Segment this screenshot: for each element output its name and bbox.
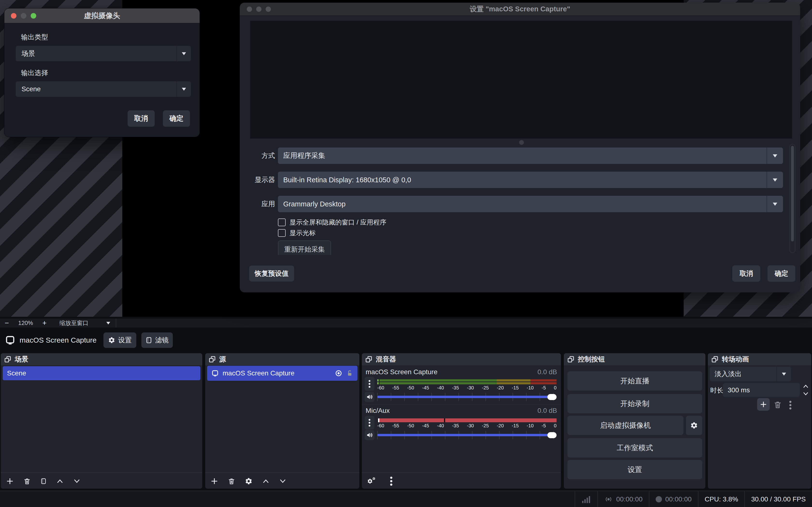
application-select[interactable]: Grammarly Desktop: [278, 196, 783, 212]
kebab-menu-icon: [368, 380, 371, 388]
remove-source-icon[interactable]: [228, 477, 235, 485]
source-list-item[interactable]: macOS Screen Capture: [207, 366, 357, 381]
duration-spinner: [802, 383, 810, 397]
mixer-channel-menu-button[interactable]: [365, 416, 374, 430]
spinner-up-button[interactable]: [802, 383, 810, 389]
scrollbar-thumb[interactable]: [791, 146, 794, 241]
gear-icon: [690, 421, 698, 429]
selected-source-toolbar: macOS Screen Capture 设置 滤镜: [0, 330, 812, 350]
start-recording-button[interactable]: 开始录制: [567, 394, 702, 413]
display-select[interactable]: Built-in Retina Display: 1680x1050 @ 0,0: [278, 172, 783, 188]
start-streaming-button[interactable]: 开始直播: [567, 371, 702, 391]
move-source-down-icon[interactable]: [279, 478, 286, 484]
output-select-select[interactable]: Scene: [16, 81, 191, 97]
ok-button[interactable]: 确定: [767, 265, 795, 282]
vcam-ok-button[interactable]: 确定: [163, 110, 190, 127]
close-button[interactable]: [11, 13, 16, 18]
scenes-panel-title: 场景: [15, 355, 28, 364]
move-scene-down-icon[interactable]: [73, 478, 81, 484]
zoom-button[interactable]: [266, 6, 271, 12]
scene-list-item[interactable]: Scene: [3, 366, 200, 380]
spinner-down-button[interactable]: [802, 391, 810, 397]
volume-slider[interactable]: [377, 430, 557, 440]
meter-tick-label: -30: [467, 385, 474, 391]
properties-scrollbar[interactable]: [790, 144, 795, 253]
source-properties-gear-icon[interactable]: [245, 477, 253, 485]
settings-button[interactable]: 设置: [567, 460, 702, 479]
studio-mode-button[interactable]: 工作室模式: [567, 438, 702, 457]
move-scene-up-icon[interactable]: [56, 478, 63, 484]
unlock-icon[interactable]: [346, 370, 353, 377]
transition-properties-kebab-icon[interactable]: [789, 400, 792, 410]
start-virtual-camera-button[interactable]: 启动虚拟摄像机: [567, 416, 683, 435]
controls-panel-header[interactable]: 控制按钮: [564, 353, 705, 365]
visibility-eye-icon[interactable]: [335, 370, 343, 377]
zoom-out-button[interactable]: −: [0, 319, 13, 327]
mixer-panel-header[interactable]: 混音器: [362, 353, 561, 365]
remove-scene-icon[interactable]: [23, 477, 31, 485]
remove-transition-trash-icon[interactable]: [773, 400, 782, 409]
scenes-panel-header[interactable]: 场景: [1, 353, 202, 365]
kebab-menu-icon: [368, 418, 371, 427]
mixer-toolbar: [362, 472, 561, 489]
slider-track[interactable]: [377, 434, 557, 436]
slider-handle[interactable]: [547, 432, 557, 438]
add-transition-button[interactable]: [757, 398, 770, 411]
add-scene-icon[interactable]: [6, 477, 14, 485]
source-filters-button[interactable]: 滤镜: [141, 332, 173, 348]
scene-filters-icon[interactable]: [40, 477, 47, 485]
display-value: Built-in Retina Display: 1680x1050 @ 0,0: [283, 176, 411, 184]
mixer-channel-menu-button[interactable]: [365, 377, 374, 391]
chevron-down-icon: [773, 178, 777, 181]
zoom-button[interactable]: [31, 13, 36, 18]
panel-stack-icon: [567, 356, 574, 363]
mute-speaker-button[interactable]: [365, 392, 374, 402]
virtual-camera-settings-button[interactable]: [686, 416, 702, 435]
panel-stack-icon: [4, 356, 11, 363]
sources-panel-header[interactable]: 源: [205, 353, 359, 365]
volume-slider[interactable]: [377, 392, 557, 402]
broadcast-icon: [604, 495, 613, 504]
advanced-audio-gears-icon[interactable]: [367, 477, 377, 486]
source-settings-button[interactable]: 设置: [103, 332, 136, 348]
slider-track[interactable]: [377, 396, 557, 398]
mixer-panel-title: 混音器: [376, 355, 396, 364]
source-filters-label: 滤镜: [155, 336, 169, 345]
add-source-icon[interactable]: [210, 477, 218, 485]
cancel-button[interactable]: 取消: [732, 265, 760, 282]
transition-duration-input[interactable]: 300 ms: [723, 383, 800, 397]
restart-capture-button[interactable]: 重新开始采集: [278, 240, 331, 255]
speaker-icon: [366, 393, 373, 400]
method-select[interactable]: 应用程序采集: [278, 148, 783, 164]
output-type-select[interactable]: 场景: [16, 46, 191, 61]
minimize-button[interactable]: [256, 6, 261, 12]
meter-tick-label: -40: [437, 385, 444, 391]
controls-panel: 控制按钮 开始直播 开始录制 启动虚拟摄像机 工作室模式 设置: [564, 353, 706, 489]
minimize-button[interactable]: [21, 13, 27, 18]
slider-handle[interactable]: [547, 394, 557, 400]
record-timer: 00:00:00: [649, 491, 698, 507]
zoom-in-button[interactable]: +: [38, 319, 51, 327]
fps-counter: 30.00 / 30.00 FPS: [744, 491, 812, 507]
close-button[interactable]: [247, 6, 252, 12]
vcam-dialog-titlebar[interactable]: 虚拟摄像头: [4, 8, 200, 23]
transitions-panel-header[interactable]: 转场动画: [708, 353, 811, 365]
source-name: macOS Screen Capture: [222, 370, 331, 377]
meter-tick-label: -40: [437, 423, 444, 429]
output-select-label: 输出选择: [21, 68, 48, 77]
show-cursor-checkbox[interactable]: [278, 229, 286, 237]
vcam-cancel-button[interactable]: 取消: [128, 110, 155, 127]
defaults-button[interactable]: 恢复预设值: [249, 266, 294, 282]
volume-meter: -60-55-50-45-40-35-30-25-20-15-10-50: [377, 379, 557, 391]
meter-scale: -60-55-50-45-40-35-30-25-20-15-10-50: [377, 423, 557, 429]
properties-dialog-titlebar[interactable]: 设置 "macOS Screen Capture": [240, 3, 800, 16]
show-hidden-windows-checkbox[interactable]: [278, 219, 286, 226]
mute-speaker-button[interactable]: [365, 430, 374, 440]
transition-value: 淡入淡出: [710, 370, 742, 379]
mixer-channel-name: Mic/Aux: [366, 407, 390, 414]
controls-panel-title: 控制按钮: [578, 355, 605, 364]
transition-select[interactable]: 淡入淡出: [710, 367, 791, 381]
move-source-up-icon[interactable]: [262, 478, 269, 484]
mixer-menu-kebab-icon[interactable]: [390, 476, 393, 486]
zoom-fit-dropdown[interactable]: 缩放至窗口: [55, 319, 116, 328]
